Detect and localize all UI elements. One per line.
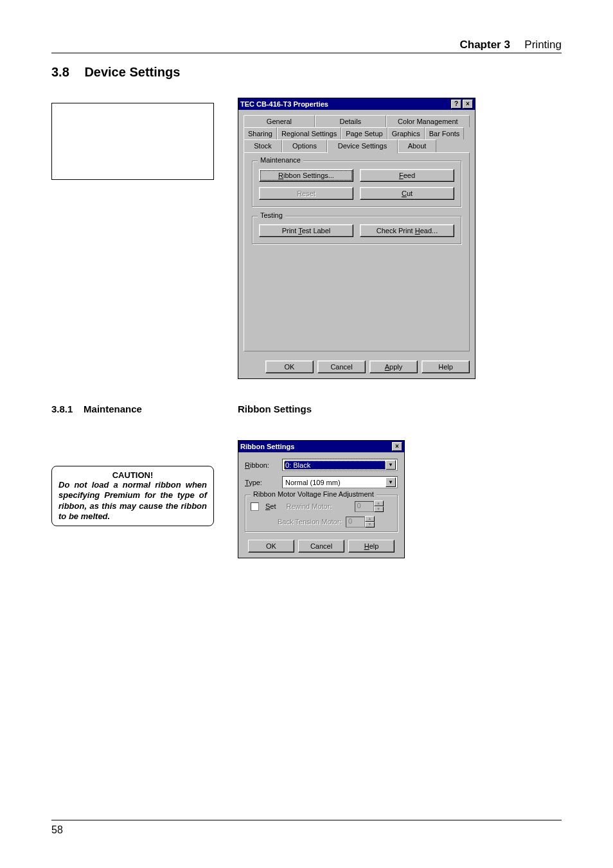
chapter-title: Printing [524, 39, 562, 51]
subsection-number: 3.8.1 [51, 403, 73, 414]
rewind-spinner: 0 ▲ ▼ [355, 500, 384, 512]
back-value: 0 [346, 517, 365, 527]
subsection-heading-right: Ribbon Settings [238, 403, 405, 414]
rewind-motor-label: Rewind Motor: [287, 502, 351, 510]
page-number: 58 [51, 824, 63, 835]
ribbon-value: 0: Black [284, 461, 386, 470]
properties-dialog: TEC CB-416-T3 Properties ? × General Det… [238, 98, 475, 379]
tab-about[interactable]: About [398, 139, 436, 152]
cancel-button[interactable]: Cancel [317, 360, 366, 373]
help-icon[interactable]: ? [451, 100, 461, 109]
ribbon-label: Ribbon: [245, 461, 277, 469]
caution-box: CAUTION! Do not load a normal ribbon whe… [51, 466, 214, 526]
voltage-legend: Ribbon Motor Voltage Fine Adjustment [251, 490, 377, 498]
testing-legend: Testing [258, 211, 285, 219]
ribbon-settings-button[interactable]: Ribbon Settings... [259, 169, 353, 182]
tab-options[interactable]: Options [282, 139, 327, 152]
spin-down-icon: ▼ [374, 506, 384, 512]
maintenance-legend: Maintenance [258, 156, 303, 164]
section-title: Device Settings [84, 65, 180, 79]
back-spinner: 0 ▲ ▼ [346, 516, 375, 527]
titlebar[interactable]: TEC CB-416-T3 Properties ? × [238, 98, 475, 110]
apply-button[interactable]: Apply [369, 360, 418, 373]
section-number: 3.8 [51, 65, 69, 79]
set-checkbox[interactable] [251, 502, 259, 511]
tab-sharing[interactable]: Sharing [244, 127, 277, 139]
dialog-title: TEC CB-416-T3 Properties [240, 100, 450, 108]
close-icon[interactable]: × [463, 100, 473, 109]
type-value: Normal (109 mm) [284, 478, 386, 487]
voltage-adjustment-group: Ribbon Motor Voltage Fine Adjustment Set… [245, 495, 398, 532]
rewind-value: 0 [355, 501, 374, 512]
ribbon-dialog-title: Ribbon Settings [240, 443, 391, 450]
tab-details[interactable]: Details [315, 115, 386, 127]
ok-button[interactable]: OK [265, 360, 314, 373]
spin-up-icon: ▲ [365, 516, 375, 522]
tab-stock[interactable]: Stock [244, 139, 282, 152]
spin-up-icon: ▲ [374, 500, 384, 506]
section-heading: 3.8 Device Settings [51, 65, 562, 80]
tab-device-settings[interactable]: Device Settings [327, 139, 398, 154]
check-print-head-button[interactable]: Check Print Head... [360, 224, 454, 237]
caution-text: Do not load a normal ribbon when specify… [58, 480, 207, 522]
set-label: Set [265, 502, 276, 510]
tab-bar-fonts[interactable]: Bar Fonts [425, 127, 465, 139]
print-test-label-button[interactable]: Print Test Label [259, 224, 353, 237]
tab-graphics[interactable]: Graphics [387, 127, 425, 139]
help-button[interactable]: Help [422, 360, 470, 373]
tab-panel: Maintenance Ribbon Settings... Feed Rese… [244, 152, 470, 351]
ribbon-titlebar[interactable]: Ribbon Settings × [238, 441, 404, 452]
tab-color-management[interactable]: Color Management [386, 115, 470, 127]
testing-group: Testing Print Test Label Check Print Hea… [252, 216, 461, 244]
type-dropdown[interactable]: Normal (109 mm) ▼ [282, 476, 398, 488]
chapter-label: Chapter 3 [459, 39, 510, 51]
caution-title: CAUTION! [58, 470, 207, 480]
tab-page-setup[interactable]: Page Setup [341, 127, 387, 139]
tab-general[interactable]: General [244, 115, 315, 127]
subsection-heading-left: 3.8.1 Maintenance [51, 403, 218, 414]
ribbon-settings-dialog: Ribbon Settings × Ribbon: 0: Black ▼ Typ… [238, 440, 405, 558]
reset-button: Reset [259, 187, 353, 200]
type-label: Type: [245, 479, 277, 486]
tab-regional-settings[interactable]: Regional Settings [277, 127, 341, 139]
ok-button[interactable]: OK [248, 540, 294, 553]
back-tension-label: Back Tension Motor: [278, 518, 342, 526]
chevron-down-icon[interactable]: ▼ [386, 477, 396, 487]
cancel-button[interactable]: Cancel [298, 540, 344, 553]
spin-down-icon: ▼ [365, 522, 375, 527]
close-icon[interactable]: × [392, 442, 402, 451]
maintenance-group: Maintenance Ribbon Settings... Feed Rese… [252, 161, 461, 207]
help-button[interactable]: Help [348, 540, 395, 553]
ribbon-dropdown[interactable]: 0: Black ▼ [282, 459, 398, 471]
page-header: Chapter 3 Printing [51, 39, 562, 53]
placeholder-box [51, 103, 214, 180]
cut-button[interactable]: Cut [360, 187, 454, 200]
chevron-down-icon[interactable]: ▼ [386, 460, 396, 470]
page-footer: 58 [51, 820, 562, 836]
subsection-left-title: Maintenance [84, 403, 142, 414]
feed-button[interactable]: Feed [360, 169, 454, 182]
